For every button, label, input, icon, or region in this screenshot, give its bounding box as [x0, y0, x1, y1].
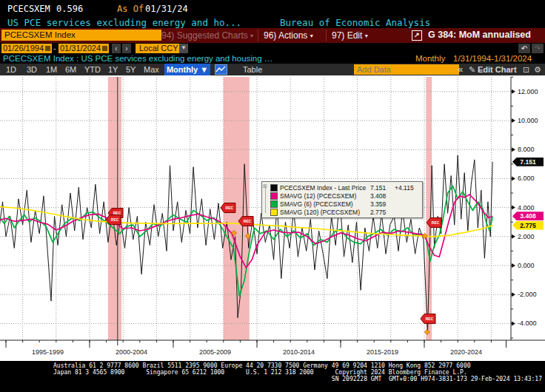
x-tick-label: 1995-1999: [32, 348, 64, 356]
x-tick-label: 2000-2004: [116, 348, 147, 356]
legend-swatch-magenta: [270, 192, 278, 200]
recession-marker[interactable]: REC: [238, 217, 253, 226]
x-tick-label: 2015-2019: [367, 348, 398, 356]
recession-marker[interactable]: REC: [421, 314, 435, 323]
bloomberg-terminal-window: PCECSXEM 0.596 As Of 01/31/24 US PCE ser…: [0, 0, 545, 392]
frequency-dropdown[interactable]: Monthly ▼: [164, 64, 210, 75]
y-tick-label: 12.000: [518, 88, 538, 95]
footer-phones-1: Australia 61 2 9777 8600 Brazil 5511 239…: [53, 362, 471, 369]
rec-flag-text: REC: [426, 317, 434, 321]
step-back-button[interactable]: ‹: [112, 44, 121, 53]
subtitle-row: PCECSXEM Index : US PCE services excludi…: [0, 54, 545, 64]
chevron-down-icon: ▾: [310, 33, 313, 39]
legend-tree-line: [265, 188, 266, 213]
range-bar: 01/26/1994 - 01/31/2024 ‹ › Local CCY ▼ …: [0, 43, 545, 54]
y-tick-label: 2.000: [518, 233, 535, 240]
currency-select[interactable]: Local CCY: [136, 44, 182, 53]
range-1y[interactable]: 1Y: [108, 64, 118, 75]
menu-suggested-charts[interactable]: 94) Suggested Charts ▾: [161, 30, 253, 41]
start-date-input[interactable]: 01/26/1994: [1, 44, 52, 53]
periodicity-label: Monthly: [415, 54, 445, 63]
calendar-icon[interactable]: [102, 46, 107, 51]
collapse-toolbar-button[interactable]: «: [458, 64, 463, 75]
edit-chart-button[interactable]: Edit Chart: [478, 64, 517, 75]
terminal-footer: Australia 61 2 9777 8600 Brazil 5511 239…: [0, 361, 545, 392]
range-1d[interactable]: 1D: [6, 64, 16, 75]
chart-area: -4.000-2.0000.0002.0004.0006.0008.00010.…: [0, 75, 545, 361]
currency-dropdown-arrow-icon[interactable]: ▼: [179, 44, 188, 53]
price-label: 7.151: [512, 158, 544, 166]
y-tick-label: 4.000: [518, 204, 535, 212]
security-input[interactable]: [1, 30, 161, 41]
x-tick-label: 2010-2014: [283, 348, 315, 356]
divider: [326, 30, 327, 41]
chevron-down-icon: ▾: [365, 33, 368, 39]
legend-swatch-black: [270, 184, 278, 192]
menu-edit[interactable]: 97) Edit ▾: [332, 30, 368, 41]
price-label: 3.408: [512, 212, 544, 220]
end-date-input[interactable]: 01/31/2024: [58, 44, 109, 53]
date-dash: -: [53, 44, 56, 53]
legend-row-smavg120[interactable]: SMAVG (120) (PCECSXEM) 2.775: [270, 208, 420, 216]
range-1m[interactable]: 1M: [46, 64, 57, 75]
range-5y[interactable]: 5Y: [126, 64, 136, 75]
chart-legend[interactable]: ⊞ PCECSXEM Index - Last Price 7.151 +4.1…: [261, 181, 423, 218]
rec-flag-text: REC: [244, 219, 252, 223]
chart-toolbar: 1D 3D 1M 6M YTD 1Y 5Y Max Monthly ▼ Tabl…: [0, 64, 545, 75]
y-tick-label: -2.000: [518, 291, 537, 298]
range-3d[interactable]: 3D: [27, 64, 37, 75]
footer-phones-2: Japan 81 3 4565 8900 Singapore 65 6212 1…: [53, 369, 467, 376]
legend-swatch-yellow: [270, 209, 278, 216]
range-max[interactable]: Max: [144, 64, 159, 75]
rec-flag-text: REC: [432, 220, 440, 225]
chevron-down-icon: ▾: [250, 33, 253, 39]
undo-button[interactable]: ↶: [518, 44, 530, 53]
security-description[interactable]: US PCE services excluding energy and ho.…: [7, 17, 241, 28]
menu-actions[interactable]: 96) Actions ▾: [264, 30, 313, 41]
line-chart-type-icon[interactable]: [215, 64, 227, 75]
chart-panel-icon[interactable]: ⊡: [523, 64, 529, 75]
range-ytd[interactable]: YTD: [84, 64, 101, 75]
redo-button[interactable]: ↷: [532, 44, 544, 53]
recession-marker[interactable]: REC: [106, 215, 121, 225]
legend-row-last-price[interactable]: PCECSXEM Index - Last Price 7.151 +4.115: [270, 183, 420, 192]
rec-flag-text: REC: [111, 217, 119, 222]
calendar-icon[interactable]: [45, 46, 50, 51]
pencil-icon[interactable]: ✎: [469, 64, 475, 75]
divider: [258, 30, 258, 41]
x-tick-label: 2005-2009: [199, 348, 231, 356]
data-source: Bureau of Economic Analysis: [280, 17, 430, 28]
y-tick-label: 6.000: [518, 175, 535, 182]
gear-icon[interactable]: ⚙: [534, 64, 541, 75]
step-forward-button[interactable]: ›: [122, 44, 131, 53]
recession-marker[interactable]: REC: [427, 217, 441, 227]
export-icon[interactable]: ↗: [412, 30, 422, 41]
date-range-label: 1/31/1994-1/31/2024: [453, 54, 532, 63]
rec-flag-text: REC: [226, 206, 234, 210]
y-tick-label: 8.000: [518, 146, 535, 153]
chart-subtitle: PCECSXEM Index : US PCE services excludi…: [3, 54, 272, 63]
y-tick-label: 10.000: [518, 117, 538, 124]
y-tick-label: -4.000: [518, 320, 537, 327]
y-tick-label: 0.000: [518, 262, 535, 269]
quote-row: PCECSXEM 0.596 As Of 01/31/24: [0, 0, 545, 16]
legend-row-smavg6[interactable]: SMAVG (6) (PCECSXEM) 3.359: [270, 200, 420, 208]
last-change: 0.596: [56, 4, 83, 14]
table-button[interactable]: Table: [243, 64, 262, 75]
ticker: PCECSXEM: [7, 4, 50, 14]
chart-canvas[interactable]: -4.000-2.0000.0002.0004.0006.0008.00010.…: [0, 75, 545, 361]
footer-session-info: SN 2092228 GMT GMT+0:00 H974-3831-173 29…: [332, 376, 542, 382]
command-bar: 94) Suggested Charts ▾ 96) Actions ▾ 97)…: [0, 28, 545, 43]
range-6m[interactable]: 6M: [65, 64, 76, 75]
description-row: US PCE services excluding energy and ho.…: [0, 16, 545, 28]
recession-marker[interactable]: REC: [221, 203, 235, 212]
as-of-label: As Of: [117, 4, 144, 14]
add-data-input[interactable]: [354, 64, 459, 75]
legend-row-smavg12[interactable]: SMAVG (12) (PCECSXEM) 3.408: [270, 192, 420, 200]
chart-title-g384: G 384: MoM annualised: [428, 30, 531, 40]
as-of-date: 01/31/24: [145, 4, 188, 14]
price-label: 2.775: [512, 221, 544, 230]
legend-swatch-green: [270, 200, 278, 208]
x-tick-label: 2020-2024: [450, 348, 482, 356]
